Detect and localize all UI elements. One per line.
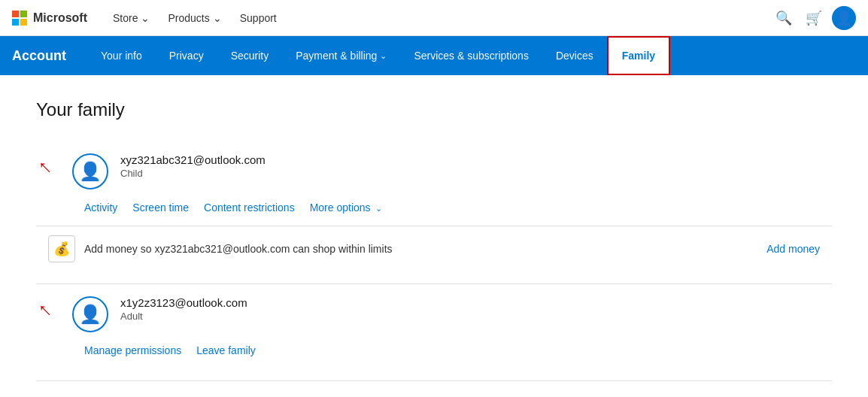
member-email-1: x1y2z3123@outlook.com — [120, 296, 247, 309]
page-title: Your family — [36, 99, 832, 120]
cart-icon[interactable]: 🛒 — [802, 6, 826, 30]
microsoft-logo[interactable]: Microsoft — [12, 11, 87, 26]
money-icon: 💰 — [48, 235, 75, 262]
arrow-indicator-0: ↑ — [33, 156, 56, 178]
security-label: Security — [231, 50, 269, 62]
privacy-label: Privacy — [169, 50, 204, 62]
top-nav-links: Store ⌄ Products ⌄ Support — [105, 8, 772, 29]
account-nav: Account Your info Privacy Security Payme… — [0, 36, 868, 75]
member-avatar-wrap-0: ↑ 👤 — [72, 153, 108, 189]
money-row-0: 💰 Add money so xyz321abc321@outlook.com … — [36, 226, 832, 271]
devices-label: Devices — [556, 50, 593, 62]
chevron-down-icon: ⌄ — [141, 12, 150, 24]
family-member-0: ↑ 👤 xyz321abc321@outlook.com Child Activ… — [36, 141, 832, 284]
add-money-link[interactable]: Add money — [766, 243, 820, 255]
activity-link[interactable]: Activity — [84, 198, 117, 217]
top-nav-actions: 🔍 🛒 👤 — [772, 6, 856, 30]
chevron-down-icon: ⌄ — [380, 51, 387, 61]
member-role-0: Child — [120, 168, 266, 179]
nav-products[interactable]: Products ⌄ — [160, 8, 229, 29]
member-info-1: x1y2z3123@outlook.com Adult — [120, 296, 247, 322]
member-info-0: xyz321abc321@outlook.com Child — [120, 153, 266, 179]
leave-family-link[interactable]: Leave family — [196, 341, 256, 359]
nav-products-label: Products — [168, 12, 209, 24]
member-header-1: ↑ 👤 x1y2z3123@outlook.com Adult — [36, 296, 832, 332]
payment-billing-label: Payment & billing — [296, 50, 377, 62]
ms-logo-text: Microsoft — [33, 11, 87, 25]
top-nav: Microsoft Store ⌄ Products ⌄ Support 🔍 🛒… — [0, 0, 868, 36]
family-member-1: ↑ 👤 x1y2z3123@outlook.com Adult Manage p… — [36, 284, 832, 381]
more-options-label: More options — [310, 202, 371, 214]
member-avatar-wrap-1: ↑ 👤 — [72, 296, 108, 332]
arrow-indicator-1: ↑ — [33, 299, 56, 321]
family-label: Family — [622, 50, 655, 62]
member-actions-1: Manage permissions Leave family — [84, 341, 832, 359]
member-role-1: Adult — [120, 311, 247, 322]
member-avatar-0: 👤 — [72, 153, 108, 189]
chevron-down-icon: ⌄ — [213, 12, 222, 24]
member-email-0: xyz321abc321@outlook.com — [120, 153, 266, 166]
nav-payment-billing[interactable]: Payment & billing ⌄ — [282, 36, 400, 75]
nav-devices[interactable]: Devices — [542, 36, 607, 75]
member-actions-0: Activity Screen time Content restriction… — [84, 198, 832, 217]
manage-permissions-link[interactable]: Manage permissions — [84, 341, 181, 359]
ms-logo-grid — [12, 11, 27, 26]
nav-store[interactable]: Store ⌄ — [105, 8, 157, 29]
services-subscriptions-label: Services & subscriptions — [414, 50, 529, 62]
search-icon[interactable]: 🔍 — [772, 6, 796, 30]
member-avatar-1: 👤 — [72, 296, 108, 332]
main-content: Your family ↑ 👤 xyz321abc321@outlook.com… — [0, 75, 868, 397]
screen-time-link[interactable]: Screen time — [132, 198, 189, 217]
nav-support[interactable]: Support — [232, 8, 284, 29]
nav-privacy[interactable]: Privacy — [156, 36, 217, 75]
money-text: Add money so xyz321abc321@outlook.com ca… — [84, 243, 757, 255]
nav-support-label: Support — [240, 12, 277, 24]
nav-store-label: Store — [113, 12, 138, 24]
your-info-label: Your info — [101, 50, 142, 62]
nav-family[interactable]: Family — [607, 36, 670, 75]
user-avatar[interactable]: 👤 — [832, 6, 856, 30]
nav-services-subscriptions[interactable]: Services & subscriptions — [400, 36, 542, 75]
account-brand: Account — [12, 36, 81, 75]
more-options-link[interactable]: More options ⌄ — [310, 198, 383, 217]
chevron-down-icon: ⌄ — [375, 204, 382, 213]
content-restrictions-link[interactable]: Content restrictions — [204, 198, 295, 217]
member-header-0: ↑ 👤 xyz321abc321@outlook.com Child — [36, 153, 832, 189]
nav-your-info[interactable]: Your info — [87, 36, 156, 75]
nav-security[interactable]: Security — [217, 36, 283, 75]
